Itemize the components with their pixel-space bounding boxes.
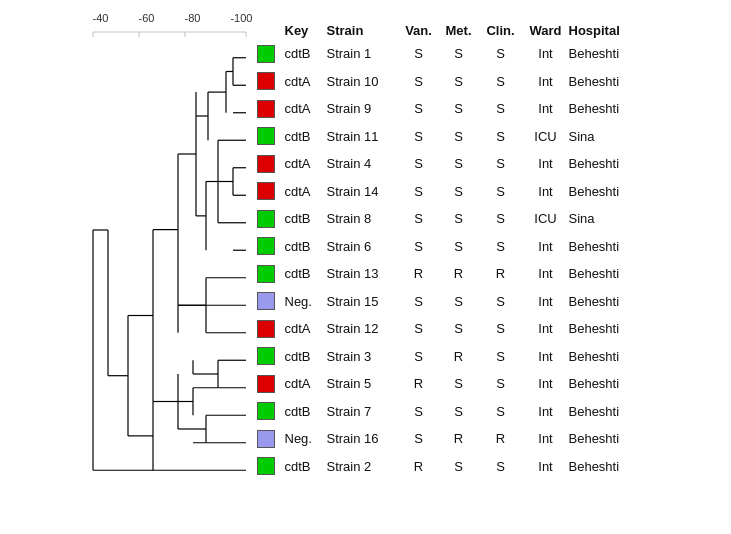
key-cell: cdtB (285, 459, 327, 474)
ward-cell: ICU (523, 211, 569, 226)
table-row: cdtB Strain 8 S S S ICU Sina (257, 205, 649, 233)
strain-cell: Strain 16 (327, 431, 399, 446)
ward-cell: Int (523, 74, 569, 89)
color-cell (257, 155, 285, 173)
hospital-cell: Beheshti (569, 376, 649, 391)
hospital-cell: Beheshti (569, 101, 649, 116)
van-cell: S (399, 46, 439, 61)
met-cell: S (439, 184, 479, 199)
strain-cell: Strain 7 (327, 404, 399, 419)
key-cell: cdtB (285, 211, 327, 226)
color-box (257, 127, 275, 145)
ward-cell: ICU (523, 129, 569, 144)
dendrogram-area: -40 -60 -80 -100 (78, 12, 253, 522)
key-cell: Neg. (285, 431, 327, 446)
table-row: cdtB Strain 2 R S S Int Beheshti (257, 453, 649, 481)
color-box (257, 430, 275, 448)
table-row: cdtA Strain 5 R S S Int Beheshti (257, 370, 649, 398)
color-box (257, 210, 275, 228)
color-cell (257, 430, 285, 448)
met-cell: S (439, 404, 479, 419)
main-container: -40 -60 -80 -100 (73, 2, 659, 532)
clin-cell: S (479, 129, 523, 144)
ward-cell: Int (523, 376, 569, 391)
van-cell: S (399, 101, 439, 116)
clin-cell: R (479, 266, 523, 281)
hospital-cell: Beheshti (569, 184, 649, 199)
key-cell: cdtA (285, 156, 327, 171)
hospital-cell: Beheshti (569, 349, 649, 364)
clin-cell: S (479, 459, 523, 474)
color-cell (257, 402, 285, 420)
strain-cell: Strain 8 (327, 211, 399, 226)
table-row: cdtB Strain 3 S R S Int Beheshti (257, 343, 649, 371)
strain-cell: Strain 6 (327, 239, 399, 254)
strain-cell: Strain 15 (327, 294, 399, 309)
key-cell: cdtB (285, 349, 327, 364)
met-cell: S (439, 74, 479, 89)
header-met: Met. (439, 23, 479, 38)
key-cell: cdtA (285, 184, 327, 199)
clin-cell: S (479, 404, 523, 419)
color-cell (257, 100, 285, 118)
met-cell: S (439, 459, 479, 474)
axis-labels: -40 -60 -80 -100 (93, 12, 253, 24)
clin-cell: S (479, 46, 523, 61)
van-cell: S (399, 431, 439, 446)
header-ward: Ward (523, 23, 569, 38)
strain-cell: Strain 1 (327, 46, 399, 61)
table-row: cdtB Strain 6 S S S Int Beheshti (257, 233, 649, 261)
axis-label-40: -40 (93, 12, 109, 24)
van-cell: R (399, 459, 439, 474)
color-cell (257, 347, 285, 365)
hospital-cell: Beheshti (569, 294, 649, 309)
color-cell (257, 375, 285, 393)
hospital-cell: Beheshti (569, 459, 649, 474)
data-table: Key Strain Van. Met. Clin. Ward Hospital… (257, 12, 649, 480)
key-cell: cdtB (285, 404, 327, 419)
header-clin: Clin. (479, 23, 523, 38)
table-row: cdtA Strain 10 S S S Int Beheshti (257, 68, 649, 96)
met-cell: S (439, 239, 479, 254)
clin-cell: S (479, 156, 523, 171)
color-box (257, 155, 275, 173)
color-cell (257, 127, 285, 145)
met-cell: S (439, 376, 479, 391)
clin-cell: S (479, 294, 523, 309)
ward-cell: Int (523, 46, 569, 61)
clin-cell: S (479, 376, 523, 391)
strain-cell: Strain 13 (327, 266, 399, 281)
color-box (257, 182, 275, 200)
ward-cell: Int (523, 404, 569, 419)
rows-container: cdtB Strain 1 S S S Int Beheshti cdtA St… (257, 40, 649, 480)
color-cell (257, 457, 285, 475)
axis-label-100: -100 (230, 12, 252, 24)
ward-cell: Int (523, 184, 569, 199)
van-cell: S (399, 294, 439, 309)
clin-cell: S (479, 101, 523, 116)
dendrogram-svg (78, 30, 253, 520)
color-cell (257, 292, 285, 310)
ward-cell: Int (523, 266, 569, 281)
color-box (257, 45, 275, 63)
color-box (257, 237, 275, 255)
met-cell: R (439, 349, 479, 364)
ward-cell: Int (523, 156, 569, 171)
key-cell: cdtA (285, 74, 327, 89)
color-cell (257, 182, 285, 200)
clin-cell: R (479, 431, 523, 446)
van-cell: S (399, 184, 439, 199)
color-box (257, 402, 275, 420)
van-cell: S (399, 74, 439, 89)
van-cell: R (399, 376, 439, 391)
color-cell (257, 210, 285, 228)
hospital-cell: Beheshti (569, 46, 649, 61)
met-cell: S (439, 211, 479, 226)
axis-label-60: -60 (138, 12, 154, 24)
key-cell: cdtB (285, 46, 327, 61)
ward-cell: Int (523, 321, 569, 336)
clin-cell: S (479, 184, 523, 199)
table-row: cdtB Strain 11 S S S ICU Sina (257, 123, 649, 151)
color-box (257, 347, 275, 365)
table-row: cdtA Strain 12 S S S Int Beheshti (257, 315, 649, 343)
